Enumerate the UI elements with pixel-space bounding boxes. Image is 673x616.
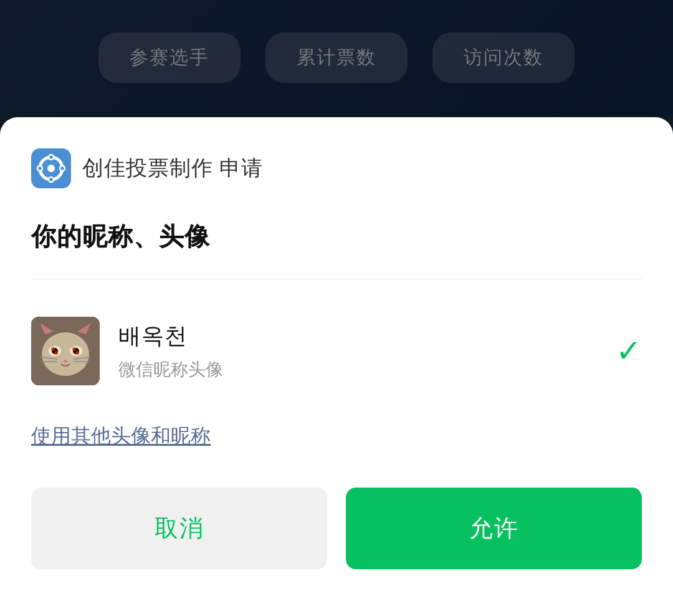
user-subtitle: 微信昵称头像 [118, 358, 597, 382]
modal-overlay: 创佳投票制作 申请 你的昵称、头像 [0, 0, 673, 616]
divider [31, 279, 642, 279]
svg-point-4 [49, 177, 54, 182]
svg-point-19 [72, 347, 76, 351]
user-info: 배옥천 微信昵称头像 [118, 321, 597, 382]
svg-point-6 [60, 166, 65, 171]
svg-point-17 [51, 347, 55, 351]
app-icon [31, 148, 71, 188]
svg-point-20 [75, 351, 79, 355]
avatar [31, 317, 100, 385]
checkmark-icon: ✓ [616, 333, 642, 369]
cancel-button[interactable]: 取消 [31, 488, 327, 569]
modal-sheet: 创佳投票制作 申请 你的昵称、头像 [0, 117, 673, 616]
allow-button[interactable]: 允许 [346, 488, 642, 569]
svg-point-5 [37, 166, 42, 171]
watermark: @51CTO博客 [569, 585, 654, 604]
modal-header: 创佳投票制作 申请 [31, 148, 642, 188]
modal-title: 创佳投票制作 申请 [82, 154, 263, 183]
svg-point-3 [49, 155, 54, 160]
svg-point-18 [54, 351, 58, 355]
alternative-link[interactable]: 使用其他头像和昵称 [31, 423, 642, 450]
user-profile-row: 배옥천 微信昵称头像 ✓ [31, 304, 642, 398]
user-name: 배옥천 [118, 321, 597, 352]
svg-point-8 [42, 332, 89, 376]
section-title: 你的昵称、头像 [31, 219, 642, 254]
button-row: 取消 允许 [31, 488, 642, 569]
svg-point-2 [47, 165, 55, 172]
